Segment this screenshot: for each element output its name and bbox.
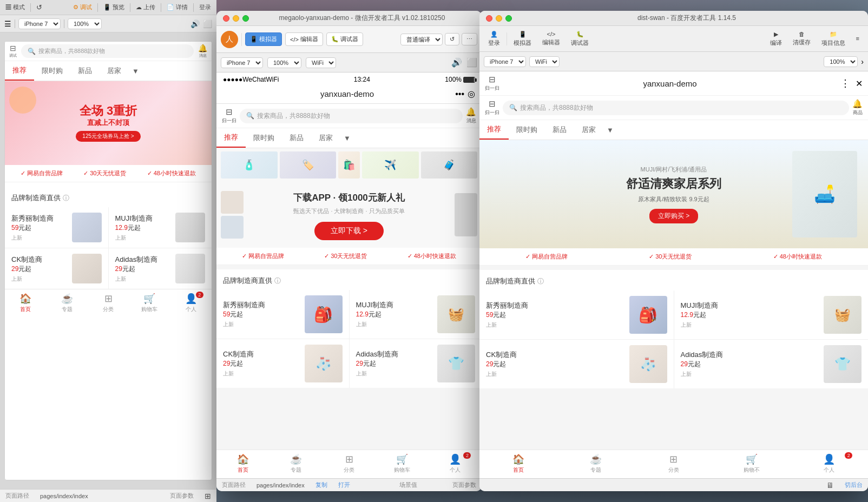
- left-nav-topic[interactable]: ☕ 专题: [46, 293, 87, 313]
- maximize-button[interactable]: [242, 15, 249, 22]
- minimize-button[interactable]: [233, 15, 239, 22]
- baidu-project-btn[interactable]: 📁 项目信息: [817, 29, 850, 49]
- compile-select[interactable]: 普通编译: [400, 34, 443, 45]
- left-refresh-btn[interactable]: ↺: [36, 3, 42, 11]
- baidu-menu-btn[interactable]: ≡: [852, 33, 864, 45]
- sound-icon[interactable]: 🔊: [451, 57, 462, 68]
- baidu-tab-home[interactable]: 居家: [574, 121, 603, 139]
- wechat-nav-topic[interactable]: ☕ 专题: [269, 453, 323, 474]
- baidu-search-input[interactable]: 🔍 搜索商品，共8888款好物: [503, 101, 849, 115]
- baidu-maximize-button[interactable]: [505, 15, 512, 22]
- table-row[interactable]: Adidas制造商 29元起 上新 👕: [674, 340, 869, 388]
- left-nav-home[interactable]: 🏠 首页: [5, 293, 46, 313]
- baidu-simulator-btn[interactable]: 📱 模拟器: [509, 29, 536, 49]
- wechat-zoom-select[interactable]: 100%: [267, 57, 301, 68]
- baidu-nav-profile[interactable]: 👤 个人 2: [790, 453, 868, 474]
- table-row[interactable]: Adidas制造商 29元起 上新 👕: [350, 339, 482, 388]
- left-nav-profile[interactable]: 👤 个人 2: [170, 293, 212, 313]
- wechat-app-content[interactable]: ⊟ 归一归 🔍 搜索商品，共8888款好物 🔔 消息 推荐 限时购 新品 居家 …: [216, 104, 482, 450]
- tab-expand[interactable]: ▼: [340, 130, 354, 147]
- wechat-nav-home[interactable]: 🏠 首页: [216, 453, 269, 474]
- wechat-nav-profile[interactable]: 👤 个人 2: [429, 453, 482, 474]
- left-upload-btn[interactable]: ☁ 上传: [136, 3, 155, 11]
- screenshot-icon[interactable]: ⬜: [466, 57, 477, 68]
- cart-icon: 🛒: [143, 293, 155, 305]
- left-preview-btn[interactable]: 📱 预览: [103, 3, 124, 11]
- left-grid-icon[interactable]: ⊞: [205, 492, 211, 500]
- baidu-minimize-button[interactable]: [496, 15, 502, 22]
- tab-new[interactable]: 新品: [282, 129, 311, 147]
- left-nav-cart[interactable]: 🛒 购物车: [129, 293, 170, 313]
- baidu-backstage-btn[interactable]: 切后台: [845, 481, 863, 489]
- table-row[interactable]: MUJI制造商 12.9元起 上新 🧺: [350, 290, 482, 339]
- left-tab-home[interactable]: 居家: [100, 62, 129, 80]
- list-item[interactable]: 新秀丽制造商 59元起 上新: [5, 207, 108, 248]
- wechat-device-select[interactable]: iPhone 7: [221, 57, 263, 68]
- left-device-select[interactable]: iPhone 7: [18, 18, 61, 29]
- baidu-login-btn[interactable]: 👤 登录: [484, 29, 504, 49]
- left-brand-grid: 新秀丽制造商 59元起 上新 MUJI制造商 12.9元起 上新: [5, 207, 212, 289]
- wechat-copy-btn[interactable]: 复制: [315, 481, 327, 489]
- baidu-close-button[interactable]: [486, 15, 492, 22]
- left-debug-btn[interactable]: ⚙ 调试: [73, 3, 92, 11]
- baidu-network-select[interactable]: WiFi: [529, 56, 560, 67]
- table-row[interactable]: CK制造商 29元起 上新 🧦: [479, 340, 674, 388]
- tab-home-decor[interactable]: 居家: [311, 129, 340, 147]
- baidu-debugger-btn[interactable]: 🐛 调试器: [567, 29, 593, 49]
- left-detail-btn[interactable]: 📄 详情: [167, 3, 188, 11]
- table-row[interactable]: 新秀丽制造商 59元起 上新 🎒: [479, 290, 674, 339]
- download-button[interactable]: 立即下载 >: [314, 222, 384, 240]
- wechat-nav-cart[interactable]: 🛒 购物车: [376, 453, 429, 474]
- wechat-open-btn[interactable]: 打开: [338, 481, 350, 489]
- search-input[interactable]: 🔍 搜索商品，共8888款好物: [240, 109, 463, 123]
- baidu-tab-new[interactable]: 新品: [545, 121, 574, 139]
- debugger-btn[interactable]: 🐛 调试器: [326, 32, 363, 46]
- baidu-clear-btn[interactable]: 🗑 清缓存: [788, 29, 815, 49]
- baidu-zoom-select[interactable]: 100%: [824, 56, 858, 67]
- table-row[interactable]: 新秀丽制造商 59元起 上新 🎒: [216, 290, 349, 339]
- left-mode-btn[interactable]: ☰ 模式: [5, 3, 25, 11]
- wechat-dots-btn[interactable]: •••: [455, 89, 464, 99]
- list-item[interactable]: CK制造商 29元起 上新: [5, 248, 108, 289]
- baidu-app-content[interactable]: ⊟ 归一归 🔍 搜索商品，共8888款好物 🔔 商品 推荐 限时购 新品 居家 …: [479, 96, 868, 450]
- baidu-compile-btn[interactable]: ▶ 编译: [766, 29, 786, 49]
- yanxuan-close-btn[interactable]: ✕: [856, 78, 863, 89]
- battery-indicator: 100%: [445, 76, 462, 83]
- baidu-tab-recommend[interactable]: 推荐: [479, 120, 509, 140]
- left-zoom-select[interactable]: 100%: [68, 18, 102, 29]
- yanxuan-more-btn[interactable]: ⋮: [840, 77, 850, 89]
- left-login-btn[interactable]: 登录: [199, 3, 211, 11]
- table-row[interactable]: MUJI制造商 12.9元起 上新 🧺: [674, 290, 869, 339]
- baidu-tab-expand[interactable]: ▼: [603, 122, 617, 138]
- left-screen-icon[interactable]: ⬜: [203, 19, 212, 28]
- baidu-tab-flash[interactable]: 限时购: [509, 121, 545, 139]
- left-tab-more[interactable]: ▼: [129, 63, 142, 80]
- editor-btn[interactable]: </> 编辑器: [285, 32, 323, 46]
- tab-recommend[interactable]: 推荐: [216, 128, 246, 148]
- list-item[interactable]: MUJI制造商 12.9元起 上新: [109, 207, 212, 248]
- baidu-editor-btn[interactable]: </> 编辑器: [538, 29, 564, 49]
- left-search-bar[interactable]: 🔍 搜索商品，共8888款好物: [21, 44, 194, 58]
- wechat-nav-category[interactable]: ⊞ 分类: [323, 453, 376, 474]
- baidu-nav-category[interactable]: ⊞ 分类: [635, 453, 713, 474]
- table-row[interactable]: CK制造商 29元起 上新 🧦: [216, 339, 349, 388]
- baidu-device-select[interactable]: iPhone 7: [484, 56, 526, 67]
- simulator-btn[interactable]: 📱 模拟器: [245, 32, 282, 46]
- baidu-nav-home[interactable]: 🏠 首页: [479, 453, 557, 474]
- left-nav-category[interactable]: ⊞ 分类: [88, 293, 129, 313]
- left-tab-recommend[interactable]: 推荐: [5, 61, 34, 81]
- close-button[interactable]: [223, 15, 229, 22]
- more-btn[interactable]: ⋯: [462, 33, 477, 45]
- left-sound-icon[interactable]: 🔊: [190, 19, 200, 28]
- left-tab-flash[interactable]: 限时购: [34, 62, 70, 80]
- wechat-close-btn[interactable]: ◎: [468, 89, 475, 99]
- baidu-nav-topic[interactable]: ☕ 专题: [557, 453, 635, 474]
- left-tab-new[interactable]: 新品: [70, 62, 100, 80]
- list-item[interactable]: Adidas制造商 29元起 上新: [109, 248, 212, 289]
- baidu-nav-cart[interactable]: 🛒 购物不: [713, 453, 791, 474]
- tab-flash-sale[interactable]: 限时购: [246, 129, 282, 147]
- wechat-network-select[interactable]: WiFi: [306, 57, 336, 68]
- baidu-banner-btn[interactable]: 立即购买 >: [649, 209, 698, 223]
- left-menu-icon[interactable]: ☰: [4, 19, 11, 28]
- refresh-btn[interactable]: ↺: [445, 33, 459, 45]
